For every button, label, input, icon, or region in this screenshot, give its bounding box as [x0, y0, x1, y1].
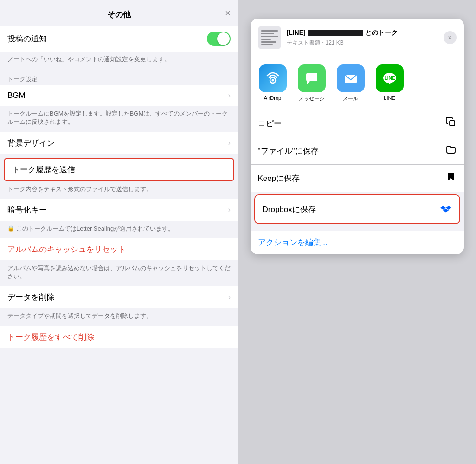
svg-rect-4	[450, 121, 455, 126]
send-history-item[interactable]: トーク履歴を送信	[5, 159, 233, 180]
dropbox-label: Dropboxに保存	[263, 204, 440, 215]
preview-line-2	[261, 33, 275, 34]
preview-line-6	[261, 44, 273, 45]
cache-reset-item[interactable]: アルバムのキャッシュをリセット	[0, 238, 238, 260]
cache-desc: アルバムや写真を読み込めない場合は、アルバムのキャッシュをリセットしてください。	[0, 260, 238, 286]
preview-line-3	[261, 36, 278, 37]
cache-section: アルバムのキャッシュをリセット	[0, 238, 238, 260]
send-history-desc: トーク内容をテキスト形式のファイルで送信します。	[0, 181, 238, 199]
messages-svg-icon	[303, 70, 320, 87]
save-files-label: "ファイル"に保存	[258, 146, 445, 156]
edit-actions-label: アクションを編集...	[258, 238, 328, 247]
left-panel-title: その他	[107, 9, 131, 20]
bookmark-icon	[445, 171, 457, 185]
dropbox-action[interactable]: Dropboxに保存	[255, 195, 459, 223]
preview-line-1	[261, 30, 278, 32]
line-svg-icon: LINE	[381, 70, 398, 87]
encryption-section: 暗号化キー ›	[0, 199, 238, 221]
bottom-padding	[0, 348, 238, 367]
preview-lines	[261, 29, 278, 47]
dropbox-svg	[440, 202, 452, 214]
folder-icon	[445, 144, 457, 158]
toggle-knob	[217, 32, 230, 45]
delete-data-section: データを削除 ›	[0, 286, 238, 308]
messages-label: メッセージ	[299, 95, 324, 102]
notifications-desc: ノートへの「いいね」やコメントの通知設定を変更します。	[0, 52, 238, 69]
share-file-subtitle: テキスト書類・121 KB	[287, 39, 444, 47]
messages-icon-circle	[298, 64, 326, 92]
svg-text:LINE: LINE	[384, 76, 395, 81]
app-icon-mail[interactable]: メール	[332, 64, 369, 102]
share-preview-icon	[258, 26, 281, 49]
share-file-info: [LINE] とのトーク テキスト書類・121 KB	[287, 29, 444, 47]
bgm-section: BGM ›	[0, 85, 238, 106]
app-icon-airdrop[interactable]: AirDrop	[254, 64, 291, 102]
notifications-section: 投稿の通知	[0, 26, 238, 52]
share-file-title: [LINE] とのトーク	[287, 29, 444, 37]
app-icon-messages[interactable]: メッセージ	[293, 64, 330, 102]
mail-icon-circle	[337, 64, 365, 92]
bgm-desc: トークルームにBGMを設定します。設定したBGMは、すべてのメンバーのトークルー…	[0, 106, 238, 132]
copy-label: コピー	[258, 118, 445, 129]
right-panel: [LINE] とのトーク テキスト書類・121 KB ×	[238, 0, 476, 464]
dropbox-highlighted: Dropboxに保存	[254, 194, 460, 224]
share-sheet: [LINE] とのトーク テキスト書類・121 KB ×	[251, 19, 464, 254]
share-close-button[interactable]: ×	[444, 31, 457, 44]
keep-label: Keepに保存	[258, 173, 445, 184]
encryption-chevron-icon: ›	[228, 206, 231, 214]
share-file-redacted	[308, 30, 363, 36]
encryption-item[interactable]: 暗号化キー ›	[0, 199, 238, 221]
airdrop-svg-icon	[264, 70, 281, 87]
edit-actions-item[interactable]: アクションを編集...	[251, 231, 464, 254]
delete-data-chevron-icon: ›	[228, 293, 231, 302]
delete-data-label: データを削除	[7, 292, 228, 303]
share-actions: コピー "ファイル"に保存 Keepに保存	[251, 110, 464, 192]
encryption-desc: 🔒 このトークルームではLetter Sealingが適用されています。	[0, 221, 238, 238]
left-content: 投稿の通知 ノートへの「いいね」やコメントの通知設定を変更します。 トーク設定 …	[0, 26, 238, 464]
notifications-toggle[interactable]	[207, 32, 231, 46]
left-close-button[interactable]: ×	[225, 8, 231, 18]
cache-reset-label: アルバムのキャッシュをリセット	[7, 244, 126, 255]
send-history-highlighted: トーク履歴を送信	[4, 158, 234, 181]
lock-icon: 🔒	[7, 225, 14, 232]
mail-svg-icon	[342, 70, 359, 87]
line-icon-circle: LINE	[376, 64, 404, 92]
notifications-label: 投稿の通知	[7, 33, 207, 44]
bgm-item[interactable]: BGM ›	[0, 85, 238, 106]
left-panel: その他 × 投稿の通知 ノートへの「いいね」やコメントの通知設定を変更します。 …	[0, 0, 238, 464]
delete-history-section: トーク履歴をすべて削除	[0, 326, 238, 348]
talk-settings-label: トーク設定	[7, 75, 38, 84]
app-icon-line[interactable]: LINE LINE	[371, 64, 408, 102]
preview-line-5	[261, 41, 276, 43]
separator	[0, 154, 238, 158]
left-header: その他 ×	[0, 0, 238, 26]
delete-history-label: トーク履歴をすべて削除	[7, 332, 94, 342]
background-label: 背景デザイン	[7, 138, 228, 148]
background-section: 背景デザイン ›	[0, 132, 238, 154]
delete-data-item[interactable]: データを削除 ›	[0, 286, 238, 308]
bgm-label: BGM	[7, 91, 228, 100]
save-files-action[interactable]: "ファイル"に保存	[251, 137, 464, 165]
share-header: [LINE] とのトーク テキスト書類・121 KB ×	[251, 19, 464, 57]
talk-settings-separator: トーク設定	[0, 69, 238, 85]
svg-point-1	[271, 79, 274, 82]
copy-icon	[445, 116, 457, 130]
background-item[interactable]: 背景デザイン ›	[0, 132, 238, 154]
encryption-label: 暗号化キー	[7, 205, 228, 215]
bgm-chevron-icon: ›	[228, 91, 231, 100]
dropbox-icon	[440, 202, 452, 217]
delete-data-desc: データタイプや期間を選択してデータを削除します。	[0, 308, 238, 326]
send-history-label: トーク履歴を送信	[12, 164, 226, 175]
background-chevron-icon: ›	[228, 139, 231, 147]
copy-action[interactable]: コピー	[251, 110, 464, 137]
preview-line-4	[261, 39, 271, 40]
airdrop-label: AirDrop	[264, 95, 281, 101]
mail-label: メール	[343, 95, 358, 102]
keep-action[interactable]: Keepに保存	[251, 165, 464, 192]
delete-history-item[interactable]: トーク履歴をすべて削除	[0, 326, 238, 348]
notifications-item[interactable]: 投稿の通知	[0, 26, 238, 52]
line-label: LINE	[384, 95, 395, 101]
airdrop-icon-circle	[259, 64, 287, 92]
app-icons-row: AirDrop メッセージ メール	[251, 57, 464, 110]
